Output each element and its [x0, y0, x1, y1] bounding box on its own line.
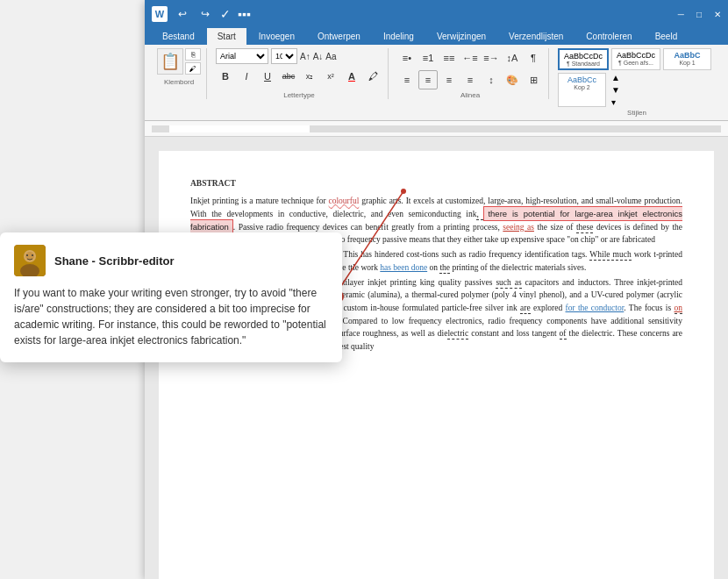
redo-btn[interactable]: ↪	[197, 6, 213, 22]
tab-controleren[interactable]: Controleren	[575, 28, 642, 45]
such-as-dashed: such as	[496, 278, 521, 289]
sort-btn[interactable]: ↕A	[503, 48, 522, 68]
doc-page: ABSTRACT Inkjet printing is a mature tec…	[159, 151, 714, 579]
style-kop1[interactable]: AaBbC Kop 1	[663, 48, 711, 70]
font-size-select[interactable]: 10	[271, 48, 297, 64]
tab-ontwerpen[interactable]: Ontwerpen	[307, 28, 371, 45]
bold-btn[interactable]: B	[216, 67, 235, 86]
the-dashed: the	[439, 263, 450, 274]
these-dashed: these	[576, 223, 594, 233]
lectric-dashed: lectric	[447, 329, 468, 340]
superscript-btn[interactable]: x²	[321, 67, 340, 86]
svg-point-3	[25, 252, 34, 261]
multilevel-btn[interactable]: ≡≡	[439, 48, 459, 68]
avatar	[14, 245, 46, 276]
font-grow-btn[interactable]: A↑	[300, 52, 310, 61]
ribbon-group-klembord: 📋 ⎘ 🖌 Klembord	[152, 48, 207, 99]
styles-down-btn[interactable]: ▼	[611, 85, 620, 95]
decrease-indent-btn[interactable]: ←≡	[460, 48, 480, 68]
checkmark-icon: ✓	[220, 7, 231, 21]
close-btn[interactable]: ✕	[714, 10, 721, 19]
font-select[interactable]: Arial	[216, 48, 268, 64]
more-icon: ▪▪▪	[238, 7, 251, 21]
font-shrink-btn[interactable]: A↓	[313, 52, 324, 61]
underline-btn[interactable]: U	[258, 67, 277, 86]
italic-btn[interactable]: I	[237, 67, 256, 86]
while-much-dashed: While much	[589, 250, 631, 261]
minimize-btn[interactable]: ─	[678, 10, 684, 19]
of-dashed: of	[560, 329, 567, 340]
colourful-word: colourful	[329, 197, 360, 205]
justify-btn[interactable]: ≡	[460, 70, 480, 89]
are-dashed: are	[520, 304, 531, 314]
center-btn[interactable]: ≡	[418, 70, 438, 89]
strikethrough-btn[interactable]: abc	[279, 67, 298, 86]
ribbon-tabs: Bestand Start Invoegen Ontwerpen Indelin…	[145, 28, 728, 45]
tab-beeld[interactable]: Beeld	[645, 28, 689, 45]
align-right-btn[interactable]: ≡	[439, 70, 459, 89]
comment-bubble: Shane - Scribbr-editor If you want to ma…	[0, 232, 342, 362]
word-icon: W	[152, 6, 168, 22]
abstract-title: ABSTRACT	[190, 177, 682, 189]
paste-icon[interactable]: 📋	[157, 48, 183, 75]
font-color-btn[interactable]: A	[342, 67, 361, 86]
title-bar: W ↩ ↪ ✓ ▪▪▪ ─ □ ✕	[145, 0, 728, 28]
format-painter-btn[interactable]: 🖌	[185, 62, 201, 75]
seeing-as-link: seeing as	[503, 223, 534, 232]
svg-point-4	[26, 254, 28, 256]
ribbon-group-alinea: ≡• ≡1 ≡≡ ←≡ ≡→ ↕A ¶ ≡ ≡ ≡ ≡ ↕ 🎨 ⊞	[392, 48, 549, 99]
highlight-btn[interactable]: 🖍	[363, 67, 382, 86]
increase-indent-btn[interactable]: ≡→	[482, 48, 501, 68]
comment-header: Shane - Scribbr-editor	[14, 245, 328, 276]
stijlen-label: Stijlen	[627, 109, 646, 117]
tab-invoegen[interactable]: Invoegen	[248, 28, 305, 45]
comment-text: If you want to make your writing even st…	[14, 285, 328, 348]
ribbon-group-lettertype: Arial 10 A↑ A↓ Aa B I U abc x₂ x² A	[211, 48, 389, 99]
alinea-label: Alinea	[460, 91, 480, 99]
tab-indeling[interactable]: Indeling	[373, 28, 425, 45]
tab-bestand[interactable]: Bestand	[152, 28, 205, 45]
style-geen-afs[interactable]: AaBbCcDc ¶ Geen afs...	[611, 48, 660, 70]
for-conductor-link: for the conductor	[566, 304, 625, 312]
tab-start[interactable]: Start	[207, 28, 246, 45]
align-left-btn[interactable]: ≡	[397, 70, 417, 89]
bullets-btn[interactable]: ≡•	[397, 48, 417, 68]
lettertype-label: Lettertype	[283, 91, 315, 99]
tab-verzendlijsten[interactable]: Verzendlijsten	[498, 28, 574, 45]
tab-verwijzingen[interactable]: Verwijzingen	[426, 28, 496, 45]
show-formatting-btn[interactable]: ¶	[524, 48, 543, 68]
line-spacing-btn[interactable]: ↕	[482, 70, 501, 89]
style-standaard[interactable]: AaBbCcDc ¶ Standaard	[558, 48, 609, 70]
change-case-btn[interactable]: Aa	[325, 52, 336, 61]
ruler	[145, 121, 728, 137]
numbering-btn[interactable]: ≡1	[418, 48, 438, 68]
shading-btn[interactable]: 🎨	[503, 70, 522, 89]
styles-expand-btn[interactable]: ▾	[611, 97, 620, 107]
undo-btn[interactable]: ↩	[175, 6, 190, 22]
maximize-btn[interactable]: □	[696, 10, 702, 19]
klembord-label: Klembord	[164, 78, 194, 86]
copy-btn[interactable]: ⎘	[185, 48, 201, 61]
comment-author: Shane - Scribbr-editor	[54, 254, 175, 268]
has-been-done-link: has been done	[380, 263, 427, 272]
style-kop2[interactable]: AaBbCc Kop 2	[558, 73, 606, 107]
styles-up-btn[interactable]: ▲	[611, 73, 620, 82]
highlighted-text: there is potential for large-area inkjet…	[190, 206, 682, 234]
ribbon-content: 📋 ⎘ 🖌 Klembord Arial	[145, 45, 728, 121]
subscript-btn[interactable]: x₂	[300, 67, 319, 86]
svg-point-5	[32, 254, 33, 256]
ribbon-group-stijlen: AaBbCcDc ¶ Standaard AaBbCcDc ¶ Geen afs…	[553, 48, 721, 117]
borders-btn[interactable]: ⊞	[524, 70, 543, 89]
